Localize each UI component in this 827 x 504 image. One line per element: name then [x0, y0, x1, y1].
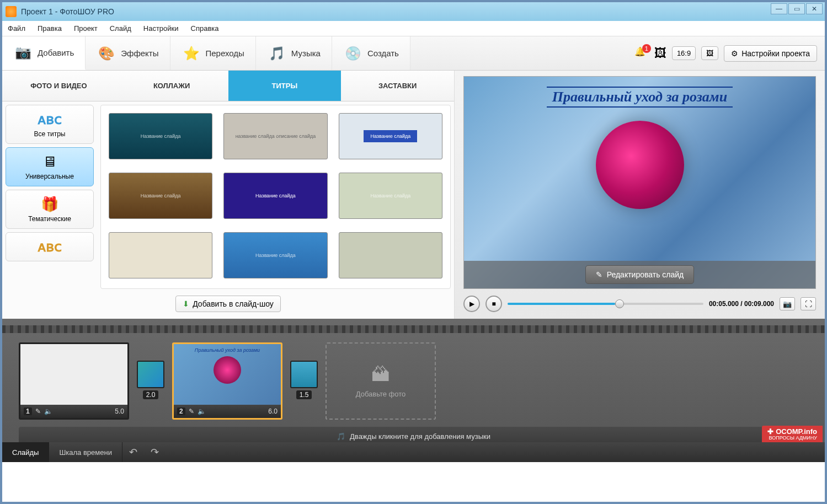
time-display: 00:05.000 / 00:09.000: [709, 300, 774, 308]
notifications-button[interactable]: 1: [634, 46, 649, 61]
subtab-intros[interactable]: ЗАСТАВКИ: [341, 71, 454, 101]
transition-preview: [137, 361, 164, 388]
tab-add-label: Добавить: [38, 48, 74, 57]
add-photo-placeholder[interactable]: Добавьте фото: [326, 342, 436, 420]
download-icon: [183, 299, 189, 308]
transition-duration: 2.0: [143, 390, 159, 399]
time-total: 00:09.000: [744, 300, 774, 308]
cat-universal[interactable]: Универсальные: [6, 147, 94, 186]
title-thumb[interactable]: [339, 232, 442, 278]
tab-effects[interactable]: Эффекты: [86, 36, 170, 70]
minimize-button[interactable]: —: [771, 3, 787, 14]
mountain-icon: [371, 364, 390, 385]
menu-project[interactable]: Проект: [74, 24, 98, 33]
stop-button[interactable]: [485, 296, 502, 312]
titles-gallery[interactable]: Название слайда название слайда описание…: [100, 105, 451, 289]
gallery-icon[interactable]: [654, 46, 666, 61]
transition-1[interactable]: 2.0: [136, 361, 166, 401]
tab-add[interactable]: Добавить: [2, 36, 86, 70]
close-button[interactable]: ✕: [806, 3, 823, 14]
menu-file[interactable]: Файл: [8, 24, 25, 33]
tab-transitions-label: Переходы: [206, 49, 244, 58]
seek-track[interactable]: [508, 303, 703, 305]
cat-themed-label: Тематические: [28, 215, 71, 223]
timeline-slide-2[interactable]: Правильный уход за розами 2 6.0: [172, 342, 282, 420]
seek-knob[interactable]: [615, 299, 624, 308]
menu-edit[interactable]: Правка: [38, 24, 62, 33]
sub-tabs: ФОТО И ВИДЕО КОЛЛАЖИ ТИТРЫ ЗАСТАВКИ: [2, 71, 454, 101]
tab-create-label: Создать: [367, 49, 399, 58]
preview-rose-image: [596, 121, 684, 209]
slide-preview-text: Правильный уход за розами: [195, 347, 260, 353]
play-button[interactable]: [463, 296, 480, 312]
fullscreen-button[interactable]: [801, 297, 816, 310]
abc-icon: [38, 111, 62, 128]
plus-icon: [767, 428, 773, 436]
tab-transitions[interactable]: Переходы: [170, 36, 256, 70]
maximize-button[interactable]: ▭: [788, 3, 805, 14]
time-current: 00:05.000: [709, 300, 739, 308]
add-photo-label: Добавьте фото: [356, 390, 406, 398]
add-to-slideshow-button[interactable]: Добавить в слайд-шоу: [175, 296, 281, 312]
subtab-titles[interactable]: ТИТРЫ: [228, 71, 342, 101]
titlebar: Проект 1 - ФотоШОУ PRO — ▭ ✕: [2, 2, 825, 21]
menu-help[interactable]: Справка: [191, 24, 219, 33]
project-settings-button[interactable]: Настройки проекта: [724, 45, 817, 62]
title-thumb[interactable]: Название слайда: [223, 173, 327, 219]
edit-icon[interactable]: [35, 408, 41, 415]
left-pane: ФОТО И ВИДЕО КОЛЛАЖИ ТИТРЫ ЗАСТАВКИ Все …: [2, 71, 455, 319]
tab-create[interactable]: Создать: [332, 36, 410, 70]
speaker-icon[interactable]: [198, 408, 206, 415]
cat-all-label: Все титры: [34, 130, 65, 138]
title-thumb[interactable]: Название слайда: [339, 113, 442, 159]
edit-slide-button[interactable]: Редактировать слайд: [585, 265, 695, 284]
snapshot-button[interactable]: [780, 297, 795, 310]
music-track-hint: Дважды кликните для добавления музыки: [350, 432, 490, 441]
tab-music-label: Музыка: [291, 49, 321, 58]
main-tabs: Добавить Эффекты Переходы Музыка Создать…: [2, 36, 825, 71]
music-note-icon: [337, 432, 345, 441]
title-thumb[interactable]: Название слайда: [339, 173, 442, 219]
undo-button[interactable]: [122, 446, 144, 458]
aspect-button[interactable]: 16:9: [672, 46, 696, 60]
redo-button[interactable]: [144, 446, 166, 458]
timeline-tab-slides[interactable]: Слайды: [2, 442, 49, 462]
timeline-tab-timescale[interactable]: Шкала времени: [49, 442, 122, 462]
star-icon: [182, 44, 201, 63]
slide-preview: [20, 344, 127, 405]
notif-badge: 1: [642, 44, 651, 53]
title-thumb[interactable]: название слайда описание слайда: [223, 113, 327, 159]
display-icon: [706, 49, 713, 57]
title-thumb[interactable]: [109, 232, 212, 278]
preview-title: Правильный уход за розами: [552, 89, 727, 105]
watermark: OCOMP.info ВОПРОСЫ АДМИНУ: [762, 426, 823, 442]
screen-mode-button[interactable]: [701, 46, 718, 60]
menubar: Файл Правка Проект Слайд Настройки Справ…: [2, 21, 825, 36]
project-settings-label: Настройки проекта: [741, 49, 810, 58]
transition-preview: [290, 361, 318, 388]
menu-settings[interactable]: Настройки: [143, 24, 179, 33]
preview-pane: Правильный уход за розами Редактировать …: [455, 71, 825, 319]
music-icon: [267, 44, 287, 63]
cat-universal-label: Универсальные: [25, 173, 74, 180]
edit-icon[interactable]: [189, 408, 194, 415]
title-thumb[interactable]: Название слайда: [109, 173, 212, 219]
tab-effects-label: Эффекты: [121, 49, 158, 58]
cat-more[interactable]: [6, 232, 94, 261]
preview-area: Правильный уход за розами Редактировать …: [463, 76, 816, 289]
tab-music[interactable]: Музыка: [256, 36, 332, 70]
speaker-icon[interactable]: [44, 408, 52, 415]
abc-gold-icon: [38, 238, 62, 255]
timeline-slide-1[interactable]: 1 5.0: [19, 342, 129, 420]
timeline-bottom-bar: Слайды Шкала времени: [2, 442, 825, 462]
cat-themed[interactable]: Тематические: [6, 190, 94, 229]
title-thumb[interactable]: Название слайда: [109, 113, 212, 159]
menu-slide[interactable]: Слайд: [110, 24, 131, 33]
slide-duration: 5.0: [115, 408, 124, 415]
title-thumb[interactable]: Название слайда: [223, 232, 327, 278]
transition-2[interactable]: 1.5: [289, 361, 319, 401]
subtab-collages[interactable]: КОЛЛАЖИ: [115, 71, 228, 101]
cat-all-titles[interactable]: Все титры: [6, 105, 94, 144]
slides-track[interactable]: 1 5.0 2.0 Правильный уход за розами 2 6.…: [2, 333, 825, 421]
subtab-photo-video[interactable]: ФОТО И ВИДЕО: [2, 71, 115, 101]
